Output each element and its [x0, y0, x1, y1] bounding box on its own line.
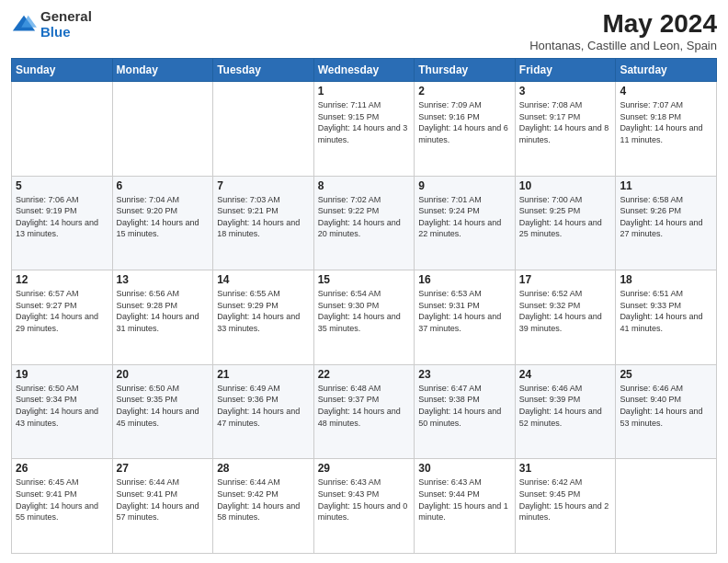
calendar-cell: 12Sunrise: 6:57 AM Sunset: 9:27 PM Dayli…: [12, 270, 113, 365]
day-info: Sunrise: 7:06 AM Sunset: 9:19 PM Dayligh…: [16, 194, 108, 240]
day-info: Sunrise: 6:49 AM Sunset: 9:36 PM Dayligh…: [217, 383, 310, 429]
calendar-cell: 13Sunrise: 6:56 AM Sunset: 9:28 PM Dayli…: [112, 270, 213, 365]
calendar-cell: 20Sunrise: 6:50 AM Sunset: 9:35 PM Dayli…: [112, 364, 213, 459]
day-info: Sunrise: 6:42 AM Sunset: 9:45 PM Dayligh…: [519, 477, 612, 523]
day-number: 19: [16, 368, 108, 381]
day-info: Sunrise: 7:04 AM Sunset: 9:20 PM Dayligh…: [117, 194, 210, 240]
day-info: Sunrise: 6:43 AM Sunset: 9:44 PM Dayligh…: [418, 477, 511, 523]
day-number: 2: [418, 85, 511, 98]
day-number: 29: [318, 462, 411, 475]
day-info: Sunrise: 7:01 AM Sunset: 9:24 PM Dayligh…: [418, 194, 511, 240]
day-number: 11: [620, 179, 712, 192]
logo-icon: [11, 12, 37, 38]
day-info: Sunrise: 6:51 AM Sunset: 9:33 PM Dayligh…: [620, 288, 712, 334]
day-number: 15: [318, 273, 411, 286]
calendar-cell: 3Sunrise: 7:08 AM Sunset: 9:17 PM Daylig…: [515, 82, 616, 177]
subtitle: Hontanas, Castille and Leon, Spain: [529, 39, 717, 52]
calendar-cell: [112, 82, 213, 177]
calendar-cell: 27Sunrise: 6:44 AM Sunset: 9:41 PM Dayli…: [112, 459, 213, 554]
day-number: 23: [418, 368, 511, 381]
calendar-cell: 10Sunrise: 7:00 AM Sunset: 9:25 PM Dayli…: [515, 176, 616, 270]
calendar-cell: 21Sunrise: 6:49 AM Sunset: 9:36 PM Dayli…: [213, 364, 314, 459]
day-number: 8: [318, 179, 411, 192]
logo-blue-text: Blue: [40, 25, 92, 40]
day-number: 25: [620, 368, 712, 381]
calendar-cell: [213, 82, 314, 177]
calendar-cell: 7Sunrise: 7:03 AM Sunset: 9:21 PM Daylig…: [213, 176, 314, 270]
day-number: 9: [418, 179, 511, 192]
day-number: 7: [217, 179, 310, 192]
weekday-header: Sunday: [12, 59, 113, 82]
day-number: 5: [16, 179, 108, 192]
logo-text: General Blue: [40, 9, 92, 40]
day-number: 27: [117, 462, 210, 475]
calendar-cell: 14Sunrise: 6:55 AM Sunset: 9:29 PM Dayli…: [213, 270, 314, 365]
calendar-cell: 28Sunrise: 6:44 AM Sunset: 9:42 PM Dayli…: [213, 459, 314, 554]
day-info: Sunrise: 7:09 AM Sunset: 9:16 PM Dayligh…: [418, 99, 511, 145]
day-info: Sunrise: 6:45 AM Sunset: 9:41 PM Dayligh…: [16, 477, 108, 523]
day-number: 30: [418, 462, 511, 475]
calendar-cell: 15Sunrise: 6:54 AM Sunset: 9:30 PM Dayli…: [313, 270, 415, 365]
day-number: 16: [418, 273, 511, 286]
calendar-week-row: 19Sunrise: 6:50 AM Sunset: 9:34 PM Dayli…: [12, 364, 717, 459]
day-info: Sunrise: 6:43 AM Sunset: 9:43 PM Dayligh…: [318, 477, 411, 523]
day-info: Sunrise: 6:50 AM Sunset: 9:35 PM Dayligh…: [117, 383, 210, 429]
calendar-cell: [616, 459, 717, 554]
calendar-header-row: SundayMondayTuesdayWednesdayThursdayFrid…: [12, 59, 717, 82]
calendar-table: SundayMondayTuesdayWednesdayThursdayFrid…: [11, 58, 717, 554]
main-title: May 2024: [529, 9, 717, 39]
day-number: 10: [519, 179, 612, 192]
day-info: Sunrise: 6:52 AM Sunset: 9:32 PM Dayligh…: [519, 288, 612, 334]
day-number: 17: [519, 273, 612, 286]
day-number: 26: [16, 462, 108, 475]
calendar-cell: 17Sunrise: 6:52 AM Sunset: 9:32 PM Dayli…: [515, 270, 616, 365]
calendar-cell: 5Sunrise: 7:06 AM Sunset: 9:19 PM Daylig…: [12, 176, 113, 270]
calendar-cell: 1Sunrise: 7:11 AM Sunset: 9:15 PM Daylig…: [313, 82, 415, 177]
calendar-week-row: 5Sunrise: 7:06 AM Sunset: 9:19 PM Daylig…: [12, 176, 717, 270]
day-info: Sunrise: 6:57 AM Sunset: 9:27 PM Dayligh…: [16, 288, 108, 334]
day-number: 31: [519, 462, 612, 475]
calendar-cell: 24Sunrise: 6:46 AM Sunset: 9:39 PM Dayli…: [515, 364, 616, 459]
calendar-cell: 4Sunrise: 7:07 AM Sunset: 9:18 PM Daylig…: [616, 82, 717, 177]
day-info: Sunrise: 6:48 AM Sunset: 9:37 PM Dayligh…: [318, 383, 411, 429]
day-info: Sunrise: 7:08 AM Sunset: 9:17 PM Dayligh…: [519, 99, 612, 145]
day-number: 28: [217, 462, 310, 475]
day-info: Sunrise: 6:53 AM Sunset: 9:31 PM Dayligh…: [418, 288, 511, 334]
day-number: 18: [620, 273, 712, 286]
day-number: 12: [16, 273, 108, 286]
day-info: Sunrise: 6:44 AM Sunset: 9:41 PM Dayligh…: [117, 477, 210, 523]
day-number: 3: [519, 85, 612, 98]
page: General Blue May 2024 Hontanas, Castille…: [0, 0, 728, 563]
day-number: 24: [519, 368, 612, 381]
calendar-cell: 30Sunrise: 6:43 AM Sunset: 9:44 PM Dayli…: [415, 459, 516, 554]
calendar-cell: 8Sunrise: 7:02 AM Sunset: 9:22 PM Daylig…: [313, 176, 415, 270]
weekday-header: Friday: [515, 59, 616, 82]
title-block: May 2024 Hontanas, Castille and Leon, Sp…: [529, 9, 717, 52]
logo-general-text: General: [40, 9, 92, 25]
day-number: 22: [318, 368, 411, 381]
day-info: Sunrise: 6:46 AM Sunset: 9:39 PM Dayligh…: [519, 383, 612, 429]
day-info: Sunrise: 6:44 AM Sunset: 9:42 PM Dayligh…: [217, 477, 310, 523]
day-info: Sunrise: 7:07 AM Sunset: 9:18 PM Dayligh…: [620, 99, 712, 145]
calendar-cell: 25Sunrise: 6:46 AM Sunset: 9:40 PM Dayli…: [616, 364, 717, 459]
day-number: 1: [318, 85, 411, 98]
day-info: Sunrise: 7:03 AM Sunset: 9:21 PM Dayligh…: [217, 194, 310, 240]
day-number: 6: [117, 179, 210, 192]
calendar-cell: 26Sunrise: 6:45 AM Sunset: 9:41 PM Dayli…: [12, 459, 113, 554]
calendar-cell: 29Sunrise: 6:43 AM Sunset: 9:43 PM Dayli…: [313, 459, 415, 554]
calendar-week-row: 26Sunrise: 6:45 AM Sunset: 9:41 PM Dayli…: [12, 459, 717, 554]
weekday-header: Thursday: [415, 59, 516, 82]
calendar-cell: 19Sunrise: 6:50 AM Sunset: 9:34 PM Dayli…: [12, 364, 113, 459]
weekday-header: Monday: [112, 59, 213, 82]
day-info: Sunrise: 6:55 AM Sunset: 9:29 PM Dayligh…: [217, 288, 310, 334]
day-number: 21: [217, 368, 310, 381]
day-info: Sunrise: 7:02 AM Sunset: 9:22 PM Dayligh…: [318, 194, 411, 240]
logo: General Blue: [11, 9, 92, 40]
calendar-cell: 22Sunrise: 6:48 AM Sunset: 9:37 PM Dayli…: [313, 364, 415, 459]
weekday-header: Tuesday: [213, 59, 314, 82]
header: General Blue May 2024 Hontanas, Castille…: [11, 9, 717, 52]
calendar-cell: 23Sunrise: 6:47 AM Sunset: 9:38 PM Dayli…: [415, 364, 516, 459]
weekday-header: Saturday: [616, 59, 717, 82]
day-number: 14: [217, 273, 310, 286]
day-info: Sunrise: 6:47 AM Sunset: 9:38 PM Dayligh…: [418, 383, 511, 429]
